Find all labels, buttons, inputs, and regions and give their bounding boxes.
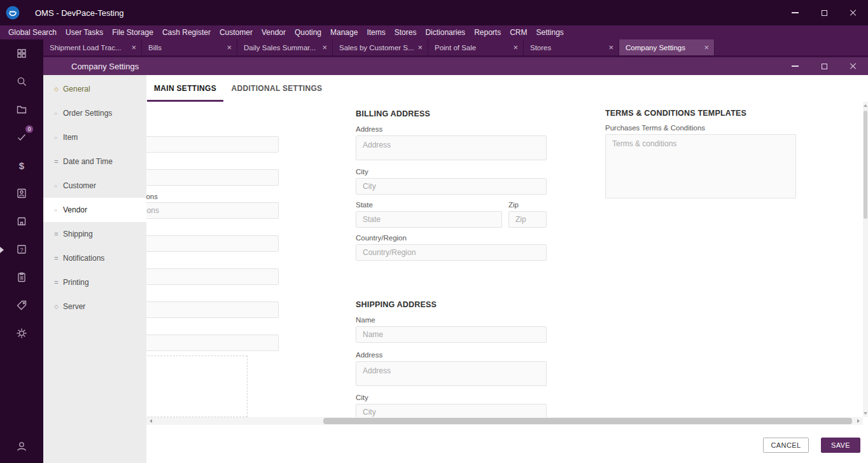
horizontal-scroll-thumb[interactable] — [323, 418, 852, 424]
menu-cash-register[interactable]: Cash Register — [158, 25, 215, 39]
finance-dollar-icon[interactable]: $ — [0, 151, 43, 179]
tab-stores[interactable]: Stores × — [524, 39, 619, 55]
dashboard-grid-icon[interactable] — [0, 39, 43, 67]
tab-company-settings[interactable]: Company Settings × — [619, 39, 715, 55]
folder-icon[interactable] — [0, 95, 43, 123]
scroll-left-icon[interactable] — [150, 419, 152, 423]
shipping-city-input[interactable] — [356, 404, 547, 417]
nav-item-printing[interactable]: = Printing — [43, 270, 146, 294]
menu-customer[interactable]: Customer — [215, 25, 257, 39]
left-field-6[interactable] — [146, 301, 279, 318]
shipping-name-input[interactable] — [356, 326, 547, 343]
user-icon[interactable] — [0, 432, 43, 460]
tab-additional-settings[interactable]: ADDITIONAL SETTINGS — [223, 75, 330, 102]
nav-item-order-settings[interactable]: ○ Order Settings — [43, 101, 146, 125]
equals-icon: = — [54, 230, 63, 238]
inner-window-body: ◇ General ○ Order Settings ○ Item = Date… — [43, 75, 868, 463]
left-field-terms[interactable] — [146, 202, 279, 219]
circle-icon: ○ — [54, 207, 63, 213]
billing-city-input[interactable] — [356, 178, 547, 195]
footer-bar: CANCEL SAVE — [146, 425, 868, 463]
nav-item-customer[interactable]: ○ Customer — [43, 174, 146, 198]
menu-items[interactable]: Items — [362, 25, 389, 39]
menu-user-tasks[interactable]: User Tasks — [61, 25, 108, 39]
shipping-address-input[interactable] — [356, 361, 547, 386]
billing-city-label: City — [356, 168, 368, 176]
inner-window-controls — [780, 57, 868, 75]
vertical-scrollbar[interactable] — [863, 102, 868, 417]
menu-file-storage[interactable]: File Storage — [108, 25, 158, 39]
shipping-address-heading: SHIPPING ADDRESS — [356, 300, 437, 309]
tasks-check-icon[interactable]: 0 — [0, 123, 43, 151]
nav-item-vendor[interactable]: ○ Vendor — [43, 198, 146, 222]
equals-icon: = — [54, 279, 63, 286]
horizontal-scrollbar[interactable] — [146, 417, 863, 425]
close-icon[interactable]: × — [322, 43, 327, 52]
menu-global-search[interactable]: Global Search — [4, 25, 61, 39]
nav-item-date-and-time[interactable]: = Date and Time — [43, 149, 146, 174]
settings-tabs: MAIN SETTINGS ADDITIONAL SETTINGS — [146, 75, 868, 102]
left-field-7[interactable] — [146, 335, 279, 351]
scroll-up-icon[interactable] — [864, 104, 867, 107]
clipboard-icon[interactable] — [0, 263, 43, 291]
cancel-button[interactable]: CANCEL — [763, 438, 809, 453]
close-icon[interactable]: × — [227, 43, 232, 52]
billing-address-input[interactable] — [356, 135, 547, 160]
left-field-2[interactable] — [146, 169, 279, 186]
save-button[interactable]: SAVE — [821, 438, 860, 453]
maximize-icon[interactable] — [809, 57, 839, 75]
close-icon[interactable]: × — [704, 43, 709, 52]
menu-crm[interactable]: CRM — [505, 25, 531, 39]
window-title: OMS - DevPace-Testing — [35, 8, 123, 18]
settings-gear-icon[interactable] — [0, 319, 43, 347]
store-icon[interactable] — [0, 207, 43, 235]
maximize-icon[interactable] — [809, 0, 839, 25]
tab-sales-by-customer[interactable]: Sales by Customer S... × — [333, 39, 428, 55]
menu-manage[interactable]: Manage — [326, 25, 362, 39]
titlebar: OMS - DevPace-Testing — [0, 0, 868, 25]
inner-window-title: Company Settings — [71, 62, 139, 71]
nav-item-general[interactable]: ◇ General — [43, 77, 146, 101]
search-icon[interactable] — [0, 67, 43, 95]
help-icon[interactable]: ? — [0, 235, 43, 263]
tab-bills[interactable]: Bills × — [142, 39, 237, 55]
close-icon[interactable] — [839, 0, 868, 25]
billing-zip-input[interactable] — [508, 211, 547, 228]
billing-country-input[interactable] — [356, 244, 547, 261]
contacts-icon[interactable] — [0, 179, 43, 207]
scroll-down-icon[interactable] — [864, 412, 867, 415]
tab-shipment-load-tracking[interactable]: Shipment Load Trac... × — [43, 39, 142, 55]
menu-vendor[interactable]: Vendor — [257, 25, 290, 39]
tab-point-of-sale[interactable]: Point of Sale × — [428, 39, 524, 55]
nav-item-shipping[interactable]: = Shipping — [43, 222, 146, 246]
left-field-1[interactable] — [146, 136, 279, 153]
sidebar-expand-handle[interactable] — [0, 247, 4, 253]
tab-daily-sales-summary[interactable]: Daily Sales Summar... × — [237, 39, 333, 55]
scroll-right-icon[interactable] — [857, 419, 860, 423]
nav-item-server[interactable]: ◇ Server — [43, 294, 146, 319]
menu-quoting[interactable]: Quoting — [290, 25, 326, 39]
left-field-4[interactable] — [146, 235, 279, 252]
menu-reports[interactable]: Reports — [470, 25, 505, 39]
nav-item-item[interactable]: ○ Item — [43, 125, 146, 149]
shipping-name-label: Name — [356, 316, 375, 324]
menu-stores[interactable]: Stores — [390, 25, 421, 39]
close-icon[interactable]: × — [513, 43, 518, 52]
left-field-5[interactable] — [146, 268, 279, 285]
menu-settings[interactable]: Settings — [531, 25, 568, 39]
billing-state-input[interactable] — [356, 211, 502, 228]
nav-item-notifications[interactable]: = Notifications — [43, 246, 146, 270]
minimize-icon[interactable] — [780, 57, 809, 75]
menu-dictionaries[interactable]: Dictionaries — [421, 25, 470, 39]
minimize-icon[interactable] — [780, 0, 809, 25]
purchases-terms-input[interactable] — [605, 134, 796, 198]
vertical-scroll-thumb[interactable] — [864, 111, 867, 219]
tag-icon[interactable] — [0, 291, 43, 319]
close-icon[interactable]: × — [417, 43, 423, 52]
close-icon[interactable]: × — [131, 43, 136, 52]
close-icon[interactable] — [839, 57, 868, 75]
close-icon[interactable]: × — [608, 43, 613, 52]
logo-dropzone[interactable] — [146, 356, 248, 417]
billing-zip-label: Zip — [508, 201, 519, 209]
tab-main-settings[interactable]: MAIN SETTINGS — [147, 75, 223, 102]
